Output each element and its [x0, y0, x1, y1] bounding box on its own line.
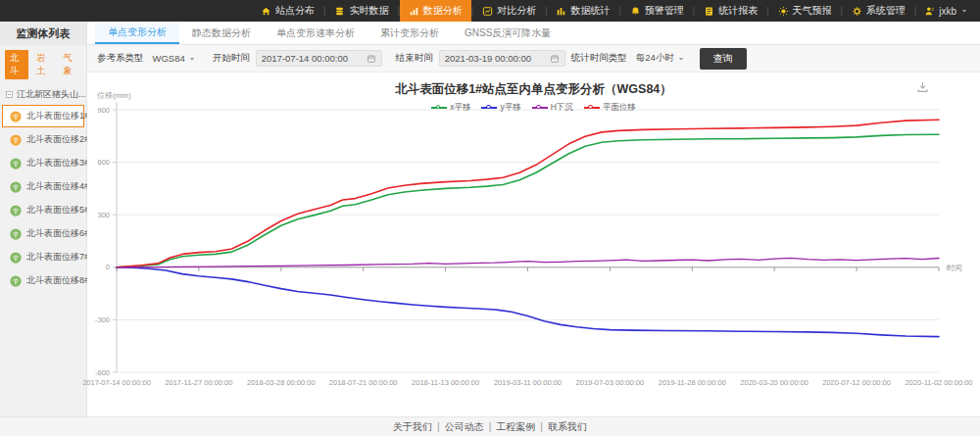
legend-item-1[interactable]: x平移 — [431, 102, 470, 114]
monitoring-sidebar: 监测体列表 北斗岩土气象 江北新区猪头山... 北斗表面位移1#北斗表面位移2#… — [0, 22, 87, 416]
analysis-tabbar: 单点变形分析静态数据分析单点变形速率分析累计变形分析GNSS反演可降水量 — [87, 22, 980, 45]
caret-down-icon — [188, 55, 196, 63]
footer-separator: | — [540, 421, 543, 432]
nav-item-label: 对比分析 — [497, 4, 536, 18]
x-tick-label: 2018-07-21 00:00:00 — [329, 378, 398, 387]
tab-label: GNSS反演可降水量 — [465, 26, 551, 40]
sidebar-item-station-7[interactable]: 北斗表面位移7# — [2, 246, 84, 268]
report-icon — [704, 6, 714, 17]
user-name: jxkb — [939, 6, 956, 17]
system-icon — [852, 6, 862, 17]
x-tick-label: 2019-03-11 00:00:00 — [494, 378, 562, 387]
data-analysis-icon — [409, 6, 419, 17]
interval-label: 统计时间类型 — [571, 52, 627, 65]
tab-single-point-deformation[interactable]: 单点变形分析 — [95, 22, 179, 44]
nav-item-data-stats[interactable]: 数据统计 — [547, 0, 618, 22]
x-tick-label: 2017-07-14 00:00:00 — [82, 378, 151, 387]
sidebar-item-station-3[interactable]: 北斗表面位移3# — [2, 152, 84, 174]
footer-link-1[interactable]: 关于我们 — [393, 420, 432, 434]
nav-item-label: 数据分析 — [423, 4, 463, 18]
sidebar-item-label: 北斗表面位移7# — [26, 251, 89, 264]
x-tick-label: 2020-07-12 00:00:00 — [822, 378, 891, 387]
end-time-input[interactable] — [439, 50, 565, 67]
nav-item-label: 实时数据 — [349, 4, 388, 18]
start-time-label: 开始时间 — [213, 52, 250, 65]
tab-static-data[interactable]: 静态数据分析 — [179, 22, 264, 44]
nav-item-alert-management[interactable]: 预警管理 — [621, 0, 693, 22]
legend-item-2[interactable]: y平移 — [481, 102, 520, 114]
y-tick-label: 600 — [97, 158, 110, 167]
chart-legend: x平移y平移H下沉平面位移 — [87, 102, 980, 114]
station-icon — [10, 134, 22, 146]
sidebar-item-station-4[interactable]: 北斗表面位移4# — [2, 175, 84, 198]
chart-card: 9006003000-300-600位移(mm)2017-07-14 00:00… — [87, 73, 980, 416]
sidebar-item-station-2[interactable]: 北斗表面位移2# — [2, 128, 84, 151]
tab-gnss-pwv[interactable]: GNSS反演可降水量 — [452, 22, 564, 44]
nav-item-system[interactable]: 系统管理 — [843, 0, 914, 22]
tree-collapse-icon — [5, 90, 14, 99]
x-tick-label: 2020-03-20 00:00:00 — [740, 378, 808, 387]
station-icon — [10, 111, 22, 122]
sidebar-item-label: 北斗表面位移3# — [26, 157, 89, 170]
sidebar-item-label: 北斗表面位移6# — [26, 227, 89, 240]
nav-item-label: 统计报表 — [718, 4, 758, 18]
sidebar-item-station-5[interactable]: 北斗表面位移5# — [2, 199, 84, 221]
x-tick-label: 2019-07-03 00:00:00 — [576, 378, 645, 387]
nav-item-label: 系统管理 — [866, 4, 906, 18]
series-line-3 — [117, 258, 939, 267]
start-time-input[interactable] — [256, 50, 382, 67]
site-map-icon — [261, 6, 271, 17]
footer-link-2[interactable]: 公司动态 — [445, 420, 484, 434]
user-menu[interactable]: jxkb — [916, 6, 976, 17]
caret-down-icon — [960, 7, 968, 15]
nav-item-weather[interactable]: 天气预报 — [769, 0, 841, 22]
calendar-icon — [367, 54, 376, 64]
tab-cumulative-deformation[interactable]: 累计变形分析 — [368, 22, 452, 44]
reference-system-select[interactable]: WGS84 — [150, 51, 199, 66]
download-icon[interactable] — [916, 80, 929, 93]
station-icon — [10, 228, 22, 240]
sidebar-category-tabs: 北斗岩土气象 — [0, 45, 86, 83]
legend-item-4[interactable]: 平面位移 — [584, 102, 636, 114]
station-icon — [10, 181, 22, 193]
footer-link-4[interactable]: 联系我们 — [548, 420, 587, 434]
top-nav-menu: 站点分布|实时数据|数据分析|对比分析|数据统计|预警管理|统计报表|天气预报|… — [252, 0, 976, 22]
nav-item-data-analysis[interactable]: 数据分析 — [400, 0, 471, 22]
caret-down-icon — [677, 55, 685, 63]
nav-item-label: 站点分布 — [275, 4, 315, 18]
deformation-chart: 9006003000-300-600位移(mm)2017-07-14 00:00… — [87, 73, 980, 418]
station-list: 北斗表面位移1#北斗表面位移2#北斗表面位移3#北斗表面位移4#北斗表面位移5#… — [0, 104, 86, 293]
legend-marker — [481, 105, 497, 112]
footer-link-3[interactable]: 工程案例 — [496, 420, 535, 434]
tab-single-point-rate[interactable]: 单点变形速率分析 — [264, 22, 368, 44]
page-footer: 关于我们|公司动态|工程案例|联系我们 — [0, 416, 980, 436]
x-tick-label: 2018-11-13 00:00:00 — [412, 378, 479, 387]
sidebar-item-station-1[interactable]: 北斗表面位移1# — [2, 105, 84, 127]
sidebar-tab-meteorology[interactable]: 气象 — [59, 50, 82, 79]
end-time-value[interactable] — [445, 53, 546, 64]
sidebar-item-station-8[interactable]: 北斗表面位移8# — [2, 269, 84, 292]
sidebar-tab-beidou[interactable]: 北斗 — [5, 50, 28, 79]
station-icon — [10, 275, 22, 287]
legend-marker — [584, 105, 600, 112]
x-tick-label: 2020-11-02 00:00:00 — [905, 378, 972, 387]
sidebar-item-label: 北斗表面位移5# — [26, 204, 89, 217]
start-time-value[interactable] — [262, 53, 363, 64]
interval-select[interactable]: 每24小时 — [633, 50, 688, 67]
sidebar-item-station-6[interactable]: 北斗表面位移6# — [2, 222, 84, 245]
y-tick-label: 300 — [97, 211, 110, 219]
tree-node-region[interactable]: 江北新区猪头山... — [0, 83, 86, 104]
nav-item-label: 天气预报 — [793, 4, 832, 18]
calendar-icon — [550, 54, 560, 64]
nav-item-report[interactable]: 统计报表 — [695, 0, 766, 22]
sidebar-item-label: 北斗表面位移2# — [26, 133, 89, 146]
legend-item-3[interactable]: H下沉 — [532, 102, 573, 114]
nav-item-realtime-data[interactable]: 实时数据 — [325, 0, 397, 22]
sidebar-item-label: 北斗表面位移1# — [26, 110, 89, 122]
query-button[interactable]: 查询 — [700, 48, 747, 70]
nav-item-compare-analysis[interactable]: 对比分析 — [473, 0, 545, 22]
sidebar-tab-geotech[interactable]: 岩土 — [31, 50, 55, 79]
legend-marker — [431, 105, 447, 112]
tab-label: 静态数据分析 — [192, 26, 251, 40]
nav-item-site-map[interactable]: 站点分布 — [252, 0, 323, 22]
